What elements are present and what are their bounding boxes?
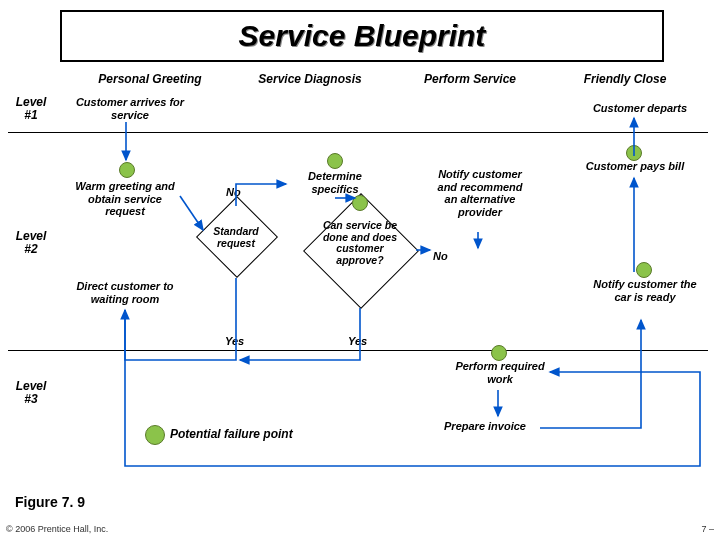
failure-point-legend-text: Potential failure point [170,428,330,442]
edge-label-no-2: No [433,250,448,262]
node-determine-specifics: Determine specifics [290,170,380,195]
node-prepare-invoice: Prepare invoice [430,420,540,433]
divider-line-2 [8,350,708,351]
node-customer-arrives: Customer arrives for service [70,96,190,121]
edge-label-no-1: No [226,186,241,198]
level-3-word: Level [16,379,47,393]
level-1-label: Level #1 [10,96,52,122]
level-2-num: #2 [24,242,37,256]
decision-approve-label: Can service be done and does customer ap… [316,220,404,266]
level-1-num: #1 [24,108,37,122]
node-customer-departs: Customer departs [580,102,700,115]
column-header-4: Friendly Close [560,72,690,86]
decision-standard-request-label: Standard request [206,226,266,249]
failure-point-legend-dot [145,425,165,445]
node-notify-alternative: Notify customer and recommend an alterna… [430,168,530,219]
failure-point-dot-approve [352,195,368,211]
level-1-word: Level [16,95,47,109]
column-header-1: Personal Greeting [85,72,215,86]
edge-label-yes-1: Yes [225,335,244,347]
failure-point-dot-greeting [119,162,135,178]
failure-point-dot-pays [626,145,642,161]
page-number: 7 – [701,524,714,534]
svg-line-1 [180,196,203,230]
diagram-title: Service Blueprint [60,10,664,62]
level-2-word: Level [16,229,47,243]
divider-line-1 [8,132,708,133]
column-header-2: Service Diagnosis [245,72,375,86]
node-customer-pays: Customer pays bill [570,160,700,173]
failure-point-dot-ready [636,262,652,278]
failure-point-dot-determine [327,153,343,169]
node-notify-ready: Notify customer the car is ready [590,278,700,303]
copyright-text: © 2006 Prentice Hall, Inc. [6,524,108,534]
node-warm-greeting: Warm greeting and obtain service request [70,180,180,218]
level-2-label: Level #2 [10,230,52,256]
level-3-num: #3 [24,392,37,406]
edge-label-yes-2: Yes [348,335,367,347]
node-direct-waiting: Direct customer to waiting room [70,280,180,305]
node-perform-work: Perform required work [450,360,550,385]
failure-point-dot-perform [491,345,507,361]
figure-number: Figure 7. 9 [15,494,85,510]
level-3-label: Level #3 [10,380,52,406]
column-header-3: Perform Service [405,72,535,86]
